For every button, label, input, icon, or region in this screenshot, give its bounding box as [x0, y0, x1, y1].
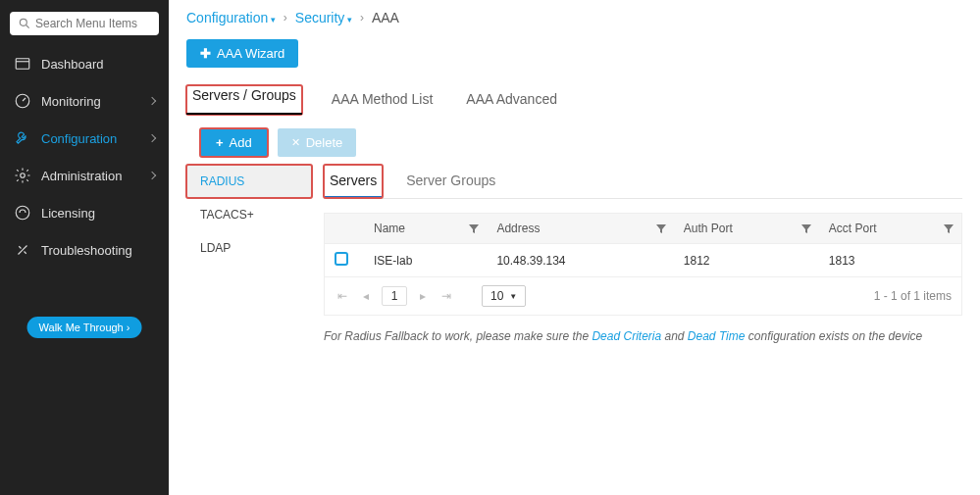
pagination: ⇤ ◂ 1 ▸ ⇥ 10 ▼ 1 - 1 of 1 items [325, 276, 961, 315]
tab-list: Servers / Groups AAA Method List AAA Adv… [186, 85, 962, 115]
add-button[interactable]: + Add [200, 128, 268, 157]
column-name: Name [364, 214, 487, 244]
sidebar-item-licensing[interactable]: Licensing [0, 194, 169, 231]
chevron-down-icon: ▼ [509, 292, 517, 301]
row-checkbox[interactable] [335, 252, 348, 266]
chevron-right-icon: › [360, 11, 364, 25]
protocol-list: RADIUS TACACS+ LDAP [186, 165, 312, 343]
chevron-right-icon: › [284, 11, 287, 25]
svg-rect-2 [16, 59, 29, 70]
page-size-select[interactable]: 10 ▼ [482, 285, 526, 307]
sidebar-item-configuration[interactable]: Configuration [0, 120, 169, 157]
page-summary: 1 - 1 of 1 items [874, 289, 952, 303]
subtab-list: Servers Server Groups [324, 165, 962, 199]
tab-aaa-method-list[interactable]: AAA Method List [328, 85, 438, 115]
gear-icon [14, 167, 31, 184]
sidebar-item-monitoring[interactable]: Monitoring [0, 82, 169, 120]
svg-point-6 [21, 173, 26, 178]
chevron-right-icon [148, 97, 156, 105]
filter-icon[interactable] [656, 223, 666, 233]
sidebar-item-label: Configuration [41, 131, 117, 146]
subtab-server-groups[interactable]: Server Groups [400, 165, 501, 198]
toolbar: + Add ✕ Delete [200, 128, 962, 157]
protocol-ldap[interactable]: LDAP [186, 231, 312, 265]
plus-icon: + [216, 135, 224, 150]
sidebar-item-administration[interactable]: Administration [0, 157, 169, 194]
tools-icon [14, 241, 31, 259]
column-acct-port: Acct Port [819, 214, 961, 244]
close-icon: ✕ [291, 136, 300, 149]
cell-address: 10.48.39.134 [487, 244, 673, 277]
sidebar-item-label: Licensing [41, 206, 95, 221]
link-dead-criteria[interactable]: Dead Criteria [592, 329, 661, 343]
breadcrumb: Configuration ▾ › Security ▾ › AAA [186, 10, 962, 25]
breadcrumb-configuration[interactable]: Configuration ▾ [186, 10, 276, 25]
sidebar-item-label: Monitoring [41, 94, 101, 109]
dashboard-icon [14, 55, 31, 73]
license-icon [14, 204, 31, 222]
tab-aaa-advanced[interactable]: AAA Advanced [462, 85, 561, 115]
servers-table: Name Address Auth Port Acct Port ISE-lab… [325, 213, 961, 276]
table-row[interactable]: ISE-lab 10.48.39.134 1812 1813 [325, 244, 961, 277]
tab-servers-groups[interactable]: Servers / Groups [186, 85, 302, 115]
sidebar-item-label: Dashboard [41, 57, 104, 72]
protocol-tacacs[interactable]: TACACS+ [186, 198, 312, 231]
protocol-radius[interactable]: RADIUS [186, 165, 312, 198]
filter-icon[interactable] [801, 223, 811, 233]
page-last-button[interactable]: ⇥ [438, 289, 454, 303]
link-dead-time[interactable]: Dead Time [688, 329, 746, 343]
column-auth-port: Auth Port [674, 214, 819, 244]
breadcrumb-security[interactable]: Security ▾ [295, 10, 352, 25]
cell-auth-port: 1812 [674, 244, 819, 277]
plus-icon: ✚ [200, 46, 211, 61]
delete-button[interactable]: ✕ Delete [278, 128, 357, 157]
page-prev-button[interactable]: ◂ [358, 289, 374, 303]
chevron-right-icon [148, 134, 156, 142]
walk-me-through-button[interactable]: Walk Me Through › [27, 317, 142, 338]
wrench-icon [14, 129, 31, 147]
sidebar: Dashboard Monitoring Configuration Admin… [0, 0, 169, 495]
subtab-servers[interactable]: Servers [324, 165, 383, 198]
sidebar-item-label: Administration [41, 169, 122, 183]
cell-acct-port: 1813 [819, 244, 961, 277]
svg-line-5 [23, 98, 26, 101]
footnote: For Radius Fallback to work, please make… [324, 329, 962, 343]
search-input[interactable] [10, 12, 159, 35]
sidebar-item-troubleshooting[interactable]: Troubleshooting [0, 231, 169, 269]
sidebar-item-label: Troubleshooting [41, 243, 132, 258]
search-icon [18, 17, 31, 30]
sidebar-item-dashboard[interactable]: Dashboard [0, 45, 169, 82]
svg-point-7 [16, 206, 29, 220]
chevron-right-icon [148, 172, 156, 179]
svg-point-0 [20, 19, 26, 25]
cell-name: ISE-lab [364, 244, 487, 277]
column-address: Address [487, 214, 673, 244]
filter-icon[interactable] [944, 223, 954, 233]
filter-icon[interactable] [469, 223, 479, 233]
gauge-icon [14, 92, 31, 110]
svg-line-1 [26, 25, 29, 28]
page-first-button[interactable]: ⇤ [335, 289, 350, 303]
aaa-wizard-button[interactable]: ✚ AAA Wizard [186, 39, 298, 68]
page-next-button[interactable]: ▸ [415, 289, 431, 303]
main-content: Configuration ▾ › Security ▾ › AAA ✚ AAA… [169, 0, 980, 495]
page-number[interactable]: 1 [382, 286, 407, 306]
breadcrumb-current: AAA [372, 10, 399, 25]
